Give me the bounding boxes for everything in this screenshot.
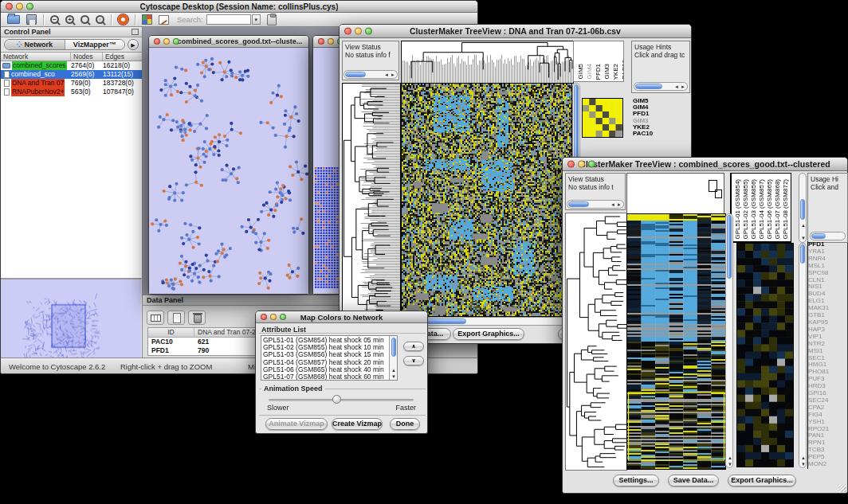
map-colors-dialog: Map Colors to Network Attribute List GPL… — [255, 311, 428, 434]
close-button[interactable] — [344, 28, 351, 35]
treeview-combined-titlebar[interactable]: ClusterMaker TreeView : combined_scores_… — [563, 158, 847, 171]
column-dendrogram[interactable] — [401, 41, 574, 84]
zoom-button[interactable] — [588, 161, 595, 168]
move-up-button[interactable]: ∧ — [403, 342, 424, 351]
minimize-button[interactable] — [163, 38, 170, 45]
close-button[interactable] — [6, 3, 13, 10]
zoom-heatmap-vscrollbar[interactable]: ▲▼ — [799, 243, 807, 468]
global-heatmap[interactable] — [626, 213, 726, 470]
column-label: GPL51-03 (GSM856) — [750, 179, 757, 240]
close-button[interactable] — [567, 161, 575, 168]
export-graphics-button[interactable]: Export Graphics... — [453, 328, 524, 340]
map-colors-titlebar[interactable]: Map Colors to Network — [256, 311, 427, 323]
control-panel-header: Control Panel — [1, 27, 142, 37]
dialog-title: Map Colors to Network — [300, 313, 383, 322]
column-label: GPL51-01 (GSM854) — [734, 179, 741, 240]
move-down-button[interactable]: ∨ — [403, 356, 424, 365]
treeview-combined-title: ClusterMaker TreeView : combined_scores_… — [579, 159, 830, 169]
select-attributes-button[interactable] — [147, 311, 164, 325]
zoom-button[interactable] — [365, 28, 372, 35]
view-status-hscrollbar[interactable]: ◄► — [344, 70, 398, 79]
zoom-heatmap[interactable] — [736, 243, 794, 467]
done-button[interactable]: Done — [390, 418, 420, 430]
zoom-out-icon[interactable]: − — [50, 15, 59, 24]
network-view-titlebar[interactable]: combined_scores_good.txt--cluste... — [149, 36, 308, 48]
treeview-combined-window: ClusterMaker TreeView : combined_scores_… — [562, 157, 848, 494]
resize-grip[interactable] — [838, 484, 846, 492]
float-panel-icon[interactable] — [132, 29, 139, 35]
column-dendrogram[interactable] — [626, 173, 724, 214]
zoom-in-icon[interactable]: + — [65, 15, 74, 24]
speed-slider-track[interactable] — [269, 399, 414, 401]
treeview-dna-title: ClusterMaker TreeView : DNA and Tran 07-… — [410, 26, 621, 36]
usage-hints-panel: Usage Hints Click and drag tc ◄► — [631, 41, 690, 93]
usage-hints-hscrollbar[interactable]: ◄► — [634, 82, 688, 91]
help-lifering-icon[interactable] — [118, 14, 128, 25]
window-controls[interactable] — [6, 3, 33, 10]
zoom-selected-icon[interactable] — [80, 15, 89, 24]
settings-button[interactable]: Settings... — [613, 475, 659, 486]
treeview-dna-titlebar[interactable]: ClusterMaker TreeView : DNA and Tran 07-… — [340, 25, 691, 38]
annotation-icon[interactable] — [159, 15, 169, 25]
search-input[interactable] — [206, 14, 251, 25]
desktop: Cytoscape Desktop (Session Name: collins… — [0, 0, 848, 504]
save-data-button[interactable]: Save Data... — [668, 475, 719, 486]
column-label: GPL51-06 (GSM865) — [766, 179, 773, 240]
view-status-hscrollbar[interactable]: ◄► — [567, 200, 624, 209]
network-row-rnapuber[interactable]: RNAPuberNov2+ 563(0) 107847(0) — [1, 88, 142, 96]
network-graph-canvas[interactable] — [149, 48, 308, 294]
close-button[interactable] — [318, 38, 324, 45]
column-labels-vscrollbar[interactable]: ▲▼ — [799, 173, 807, 243]
network-table-header: Network Nodes Edges — [1, 52, 142, 61]
speed-slider-thumb[interactable] — [332, 395, 341, 404]
dense-network-canvas[interactable] — [313, 48, 342, 294]
zoom-button[interactable] — [173, 38, 179, 45]
background-window-titlebar[interactable] — [313, 36, 342, 48]
attribute-list[interactable]: GPL51-01 (GSM854) heat shock 05 minGPL51… — [261, 335, 398, 381]
trash-icon — [194, 315, 202, 323]
global-heatmap-vscrollbar[interactable]: ▲▼ — [725, 213, 733, 468]
zoom-button[interactable] — [26, 3, 33, 10]
zoom-heatmap[interactable] — [582, 98, 623, 138]
tab-vizmapper[interactable]: VizMapper™ — [65, 40, 125, 49]
tab-network[interactable]: ⁘ Network — [5, 40, 65, 49]
network-row-combined-sco-selected[interactable]: combined_sco 2569(6) 13112(15) — [1, 70, 142, 79]
zoom-button[interactable] — [280, 314, 286, 320]
birdseye-overview[interactable] — [1, 279, 141, 364]
search-dropdown-arrow[interactable]: ▼ — [252, 14, 261, 25]
delete-attribute-button[interactable] — [188, 311, 206, 325]
cytoscape-titlebar[interactable]: Cytoscape Desktop (Session Name: collins… — [1, 1, 477, 13]
create-vizmap-button[interactable]: Create Vizmap — [332, 418, 383, 430]
usage-hints-hscrollbar[interactable] — [810, 232, 846, 240]
zoom-column-labels: GIM5GIM4PFD1GIM3YKE2PAC10 — [573, 41, 624, 82]
vizmapper-icon[interactable] — [142, 14, 152, 25]
attribute-table-icon — [151, 315, 161, 322]
clipboard-icon[interactable] — [267, 14, 277, 25]
save-icon[interactable] — [26, 14, 37, 25]
attribute-list-item[interactable]: GPL51-07 (GSM868) heat shock 60 min — [263, 373, 387, 381]
minimize-button[interactable] — [578, 161, 585, 168]
row-dendrogram[interactable] — [342, 83, 401, 317]
row-dendrogram[interactable] — [565, 213, 627, 471]
status-welcome: Welcome to Cytoscape 2.6.2 — [9, 362, 105, 371]
zoom-fit-icon[interactable]: ▫ — [96, 15, 104, 24]
window-title: Cytoscape Desktop (Session Name: collins… — [140, 2, 339, 11]
minimize-button[interactable] — [328, 38, 334, 45]
close-button[interactable] — [261, 314, 267, 320]
close-button[interactable] — [154, 38, 160, 45]
minimize-button[interactable] — [355, 28, 362, 35]
global-heatmap[interactable] — [401, 83, 572, 317]
network-row-dna-tran[interactable]: DNA and Tran 07 769(0) 183728(0) — [1, 79, 142, 88]
column-label: GPL51-07 (GSM868) — [774, 179, 781, 240]
export-graphics-button[interactable]: Export Graphics... — [728, 475, 796, 486]
tab-overflow-button[interactable]: ▶ — [128, 39, 139, 50]
control-panel: Control Panel ⁘ Network VizMapper™ ▶ Net… — [1, 27, 143, 365]
attribute-list-vscrollbar[interactable]: ▲▼ — [389, 336, 397, 380]
minimize-button[interactable] — [16, 3, 23, 10]
minimize-button[interactable] — [270, 314, 277, 320]
status-zoom-hint: Right-click + drag to ZOOM — [120, 362, 212, 371]
open-file-icon[interactable] — [7, 15, 20, 24]
network-row-combined-scores[interactable]: combined_scores 2764(0) 16218(0) — [1, 61, 142, 70]
animate-vizmap-button[interactable]: Animate Vizmap — [265, 418, 328, 430]
new-attribute-button[interactable] — [167, 311, 185, 325]
